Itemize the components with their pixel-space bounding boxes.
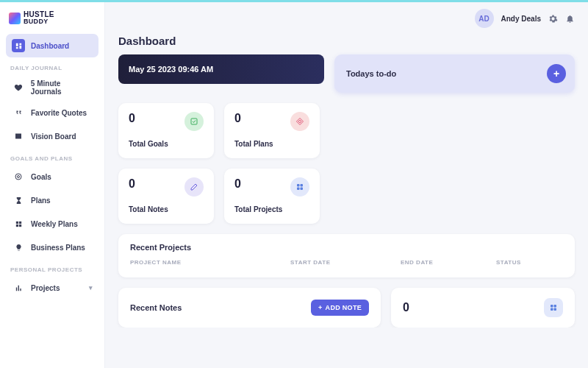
svg-rect-10 [301,188,304,191]
logo-text: HUSTLE BUDDY [24,11,54,25]
stat-value: 0 [403,301,409,314]
col-status: STATUS [496,259,563,266]
svg-point-0 [15,174,21,180]
bulb-icon [12,241,25,254]
page-title: Dashboard [118,35,575,47]
chart-icon [12,281,25,294]
svg-point-1 [18,176,20,178]
sidebar-section-goals: GOALS AND PLANS [6,148,98,165]
sidebar-item-plans[interactable]: Plans [6,188,98,212]
sidebar-item-quotes[interactable]: Favorite Quotes [6,101,98,124]
panel-title: Recent Projects [130,243,563,252]
panel-title: Recent Notes [130,303,182,312]
stat-value: 0 [129,177,135,191]
stats-grid: 0 Total Goals 0 Total Plans [118,103,575,224]
svg-rect-3 [18,221,21,223]
sidebar-label: Favorite Quotes [31,109,87,117]
diamond-icon [290,112,309,131]
col-project-name: PROJECT NAME [130,259,290,266]
sidebar-label: Plans [31,197,51,205]
stat-value: 0 [234,112,241,125]
sidebar-item-business-plans[interactable]: Business Plans [6,236,98,259]
sidebar-item-projects[interactable]: Projects ▾ [6,276,98,300]
plus-icon: + [318,304,323,311]
heart-icon [12,81,25,94]
sidebar-label: Dashboard [31,42,69,50]
topbar: AD Andy Deals [105,2,588,35]
sidebar-section-daily: DAILY JOURNAL [6,57,98,74]
sidebar-item-dashboard[interactable]: Dashboard [6,34,98,57]
sidebar-item-vision[interactable]: Vision Board [6,124,98,148]
sidebar: HUSTLE BUDDY Dashboard DAILY JOURNAL 5 M… [0,2,105,368]
svg-rect-13 [551,308,553,311]
svg-rect-2 [15,221,18,223]
stat-card-plans[interactable]: 0 Total Plans [224,103,320,158]
add-todo-button[interactable]: + [547,64,566,83]
sidebar-item-journals[interactable]: 5 Minute Journals [6,74,98,101]
stat-label: Total Goals [129,140,204,148]
svg-rect-14 [554,308,557,311]
grid-icon [12,217,25,230]
recent-projects-panel: Recent Projects PROJECT NAME START DATE … [118,234,575,277]
avatar[interactable]: AD [475,9,494,28]
svg-rect-4 [15,224,18,226]
bell-icon[interactable] [565,14,575,24]
svg-rect-8 [301,184,304,187]
image-icon [12,130,25,143]
dashboard-icon [12,39,25,52]
svg-rect-12 [554,305,557,308]
chevron-down-icon: ▾ [89,284,93,291]
datetime-card: May 25 2023 09:46 AM [118,54,324,84]
stat-card-notes[interactable]: 0 Total Notes [118,169,214,224]
svg-rect-11 [551,305,553,308]
sidebar-label: Vision Board [31,132,76,141]
apps-icon [290,177,309,197]
svg-rect-7 [297,184,300,187]
settings-icon[interactable] [548,14,558,24]
sidebar-label: 5 Minute Journals [31,79,93,96]
svg-rect-6 [191,118,197,124]
col-end-date: END DATE [401,259,496,266]
hourglass-icon [12,194,25,207]
target-icon [12,170,25,183]
sidebar-item-weekly-plans[interactable]: Weekly Plans [6,212,98,236]
stat-value: 0 [129,112,135,125]
stat-card-projects[interactable]: 0 Total Projects [224,169,320,224]
sidebar-label: Goals [31,173,51,181]
logo-mark-icon [9,13,21,24]
todo-title: Todays to-do [346,69,396,78]
sidebar-label: Weekly Plans [31,220,78,228]
edit-icon [184,177,204,197]
stat-label: Total Projects [234,205,309,213]
todo-card: Todays to-do + [334,54,575,93]
sidebar-label: Projects [31,284,60,292]
add-note-button[interactable]: + ADD NOTE [311,300,369,316]
datetime-value: May 25 2023 09:46 AM [129,65,213,74]
svg-rect-5 [18,224,21,226]
apps-icon [544,298,563,317]
stat-label: Total Plans [234,140,309,148]
sidebar-label: Business Plans [31,244,85,252]
stat-card-goals[interactable]: 0 Total Goals [118,103,214,158]
recent-notes-panel: Recent Notes + ADD NOTE [118,288,381,328]
bottom-stat-card[interactable]: 0 [391,288,575,328]
svg-rect-9 [297,188,300,191]
sidebar-item-goals[interactable]: Goals [6,165,98,188]
check-icon [184,112,204,131]
logo: HUSTLE BUDDY [6,10,98,34]
col-start-date: START DATE [290,259,401,266]
username: Andy Deals [501,15,541,23]
quote-icon [12,106,25,119]
stat-value: 0 [234,177,241,191]
stat-label: Total Notes [129,205,204,213]
sidebar-section-projects: PERSONAL PROJECTS [6,259,98,276]
projects-table-header: PROJECT NAME START DATE END DATE STATUS [130,259,563,266]
add-note-label: ADD NOTE [326,304,362,311]
